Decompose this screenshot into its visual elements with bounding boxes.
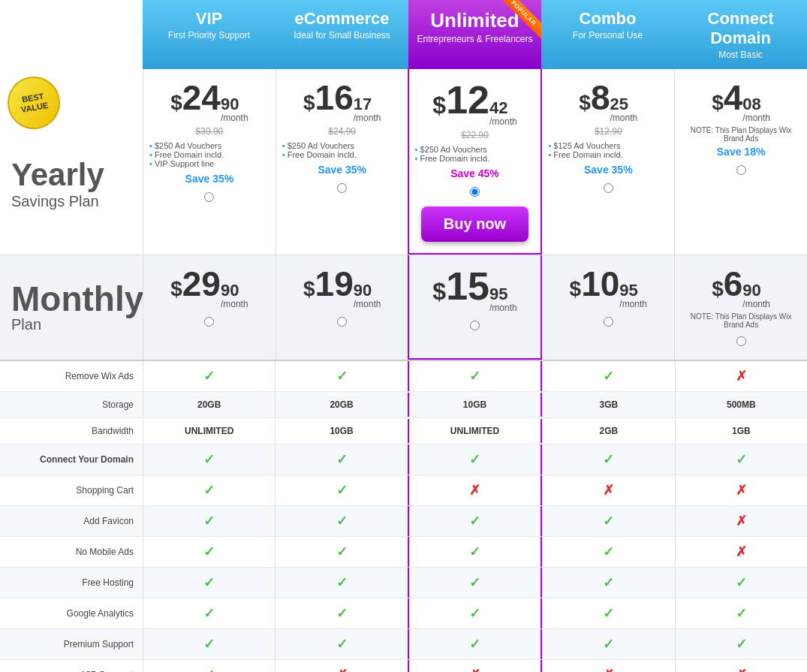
feature-cell-7-3: ✓ [542, 568, 674, 598]
ecommerce-save: Save 35% [282, 164, 402, 176]
mcombo-radio[interactable] [604, 317, 613, 327]
feature-label-7: Free Hosting [0, 570, 143, 595]
check-icon: ✓ [469, 606, 480, 621]
feature-row-9: Premium Support✓✓✓✓✓ [0, 629, 807, 660]
yearly-title: Yearly [11, 159, 104, 191]
feature-label-5: Add Favicon [0, 508, 143, 534]
check-icon: ✓ [603, 514, 614, 529]
check-icon: ✓ [203, 369, 215, 384]
feature-cell-9-2: ✓ [408, 629, 542, 659]
ecommerce-dollar: $ [303, 91, 315, 115]
mconnect-dec: 90 [742, 282, 760, 299]
feature-cell-7-2: ✓ [408, 568, 542, 598]
feature-label-2: Bandwidth [0, 418, 143, 444]
feature-row-5: Add Favicon✓✓✓✓✗ [0, 506, 807, 537]
combo-radio[interactable] [604, 183, 613, 193]
feature-cell-9-0: ✓ [143, 629, 275, 659]
connect-dec: 08 [742, 96, 760, 113]
feature-cell-0-4: ✗ [675, 361, 807, 391]
vip-sub: First Priority Support [149, 30, 270, 41]
feature-cell-2-2: UNLIMITED [408, 419, 542, 443]
vip-save: Save 35% [149, 173, 270, 185]
mconnect-radio-wrap[interactable] [681, 336, 801, 348]
unlimited-radio-wrap[interactable] [415, 187, 535, 199]
mecommerce-radio[interactable] [337, 317, 347, 327]
combo-feature-2: Free Domain incld. [548, 150, 668, 159]
plan-header-ecommerce: eCommerce Ideal for Small Business [276, 0, 408, 69]
unlimited-price-row: $ 12 42 /month [415, 80, 535, 127]
munlimited-radio-wrap[interactable] [415, 321, 535, 333]
feature-label-9: Premium Support [0, 631, 143, 657]
feature-cell-9-1: ✓ [275, 629, 407, 659]
ecommerce-radio[interactable] [337, 183, 347, 193]
feature-label-8: Google Analytics [0, 601, 143, 626]
unlimited-radio[interactable] [470, 187, 480, 197]
connect-per: /month [742, 113, 770, 123]
combo-sub: For Personal Use [547, 30, 668, 41]
plan-header-combo: Combo For Personal Use [541, 0, 674, 69]
check-icon: ✓ [203, 575, 215, 590]
feature-cell-9-3: ✓ [542, 629, 674, 659]
mconnect-dollar: $ [712, 277, 724, 301]
mconnect-note: NOTE: This Plan Displays Wix Brand Ads [681, 312, 801, 329]
feature-cell-5-3: ✓ [542, 506, 674, 536]
connect-save: Save 18% [681, 146, 801, 158]
connect-radio[interactable] [736, 165, 746, 175]
mconnect-radio[interactable] [736, 336, 746, 346]
vip-radio-wrap[interactable] [149, 192, 270, 204]
mvip-dec: 90 [221, 282, 239, 299]
yearly-label: BEST VALUE Yearly Savings Plan [0, 69, 143, 255]
feature-cell-5-0: ✓ [143, 506, 275, 536]
vip-original: $39.90 [149, 126, 270, 137]
feature-cell-7-4: ✓ [675, 568, 807, 598]
mecommerce-int: 19 [315, 267, 354, 301]
feature-cell-3-2: ✓ [408, 444, 542, 475]
buy-button-wrap[interactable]: Buy now [415, 199, 535, 242]
check-icon: ✓ [203, 483, 215, 498]
popular-badge: POPULAR [498, 0, 541, 39]
buy-now-button[interactable]: Buy now [421, 206, 528, 242]
yearly-sub: Savings Plan [11, 193, 99, 210]
munlimited-radio[interactable] [470, 321, 480, 330]
yearly-combo-col: $ 8 25 /month $12.90 $125 Ad Vouchers Fr… [541, 69, 674, 255]
combo-price-row: $ 8 25 /month [548, 80, 668, 123]
check-icon: ✓ [603, 369, 614, 384]
features-section: Remove Wix Ads✓✓✓✓✗Storage20GB20GB10GB3G… [0, 361, 807, 672]
connect-name: Connect Domain [680, 9, 801, 48]
yearly-connect-col: $ 4 08 /month NOTE: This Plan Displays W… [674, 69, 807, 255]
ecommerce-sub: Ideal for Small Business [282, 30, 402, 41]
vip-radio[interactable] [204, 192, 214, 202]
check-icon: ✓ [603, 452, 614, 467]
check-icon: ✓ [469, 575, 480, 590]
mconnect-price-row: $ 6 90 /month [681, 267, 801, 309]
feature-cell-8-2: ✓ [408, 598, 542, 628]
combo-radio-wrap[interactable] [548, 183, 668, 195]
monthly-connect-col: $ 6 90 /month NOTE: This Plan Displays W… [674, 255, 807, 360]
connect-sub: Most Basic [680, 50, 801, 60]
feature-row-7: Free Hosting✓✓✓✓✓ [0, 568, 807, 598]
header-row: VIP First Priority Support eCommerce Ide… [143, 0, 807, 69]
check-icon: ✓ [603, 575, 614, 590]
mecommerce-radio-wrap[interactable] [282, 317, 402, 329]
monthly-sub: Plan [11, 316, 41, 333]
feature-label-4: Shopping Cart [0, 478, 143, 503]
mvip-radio[interactable] [204, 317, 214, 327]
check-icon: ✓ [203, 637, 215, 652]
mcombo-radio-wrap[interactable] [548, 317, 668, 329]
feature-cell-7-0: ✓ [143, 568, 275, 598]
check-icon: ✓ [336, 606, 348, 621]
ecommerce-radio-wrap[interactable] [282, 183, 402, 195]
unlimited-dollar: $ [432, 92, 446, 119]
feature-cell-2-0: UNLIMITED [143, 419, 275, 443]
check-icon: ✓ [336, 575, 348, 590]
feature-cell-3-0: ✓ [143, 444, 275, 475]
cross-icon: ✗ [736, 514, 747, 529]
mvip-int: 29 [182, 267, 221, 301]
mvip-radio-wrap[interactable] [149, 317, 270, 329]
check-icon: ✓ [469, 637, 480, 652]
connect-radio-wrap[interactable] [681, 165, 801, 177]
vip-price-row: $ 24 90 /month [149, 80, 270, 123]
check-icon: ✓ [736, 606, 747, 621]
feature-cell-4-3: ✗ [542, 475, 674, 505]
feature-row-10: VIP Support✓✗✗✗✗ [0, 660, 807, 672]
